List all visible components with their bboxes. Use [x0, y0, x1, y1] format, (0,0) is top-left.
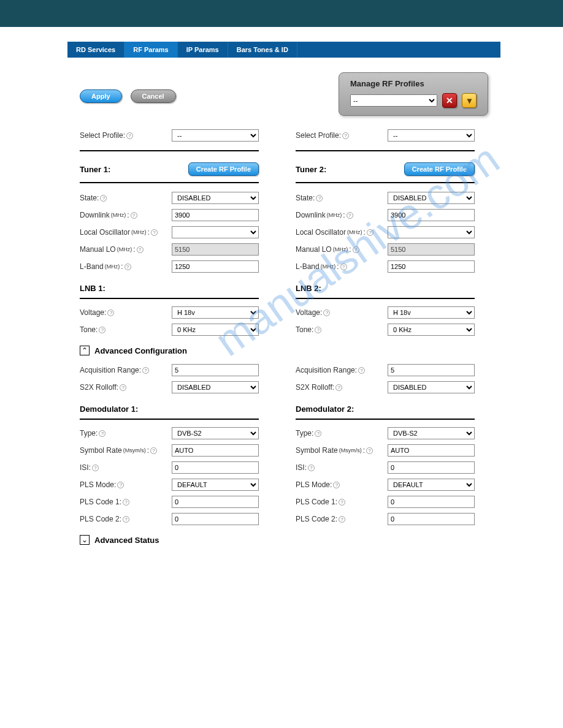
help-icon[interactable]: ?: [100, 195, 107, 202]
symrate-1-input[interactable]: [172, 444, 259, 457]
pls1-2-label: PLS Code 1:?: [296, 498, 345, 506]
help-icon[interactable]: ?: [126, 132, 133, 139]
chevron-up-double-icon: ⌃: [82, 346, 88, 355]
help-icon[interactable]: ?: [366, 447, 373, 454]
lband-1-input[interactable]: [172, 260, 259, 273]
help-icon[interactable]: ?: [151, 229, 158, 236]
toolbar: Apply Cancel Manage RF Profiles -- ✕ ▾: [80, 72, 488, 116]
cancel-button[interactable]: Cancel: [131, 89, 176, 103]
tab-ip-params[interactable]: IP Params: [178, 42, 228, 58]
help-icon[interactable]: ?: [358, 367, 365, 374]
apply-button[interactable]: Apply: [80, 89, 122, 103]
s2x-2-select[interactable]: DISABLED: [388, 381, 475, 393]
s2x-1-select[interactable]: DISABLED: [172, 381, 259, 393]
create-rf-profile-2[interactable]: Create RF Profile: [404, 162, 475, 176]
s2x-1-label: S2X Rolloff:?: [80, 383, 126, 392]
help-icon[interactable]: ?: [335, 384, 342, 391]
advanced-config-heading: Advanced Configuration: [94, 346, 187, 355]
help-icon[interactable]: ?: [142, 367, 149, 374]
help-icon[interactable]: ?: [347, 212, 353, 219]
create-rf-profile-1[interactable]: Create RF Profile: [188, 162, 259, 176]
help-icon[interactable]: ?: [339, 516, 345, 523]
tone-2-label: Tone:?: [296, 325, 321, 334]
voltage-2-label: Voltage:?: [296, 308, 330, 317]
close-icon: ✕: [446, 96, 453, 105]
lband-2-input[interactable]: [388, 260, 475, 273]
help-icon[interactable]: ?: [120, 384, 126, 391]
isi-1-label: ISI:?: [80, 463, 99, 472]
select-profile-2-label: Select Profile:?: [296, 131, 349, 140]
help-icon[interactable]: ?: [99, 327, 105, 333]
help-icon[interactable]: ?: [123, 516, 129, 523]
help-icon[interactable]: ?: [131, 212, 137, 219]
help-icon[interactable]: ?: [339, 499, 345, 506]
select-profile-2[interactable]: --: [388, 129, 475, 142]
acq-range-2-input[interactable]: [388, 364, 475, 376]
state-1-label: State:?: [80, 194, 107, 202]
help-icon[interactable]: ?: [316, 195, 323, 202]
help-icon[interactable]: ?: [340, 264, 347, 270]
help-icon[interactable]: ?: [342, 132, 349, 139]
type-1-select[interactable]: DVB-S2: [172, 427, 259, 439]
expand-advanced-status[interactable]: ⌄: [80, 535, 90, 545]
local-osc-2-select[interactable]: [388, 226, 475, 238]
help-icon[interactable]: ?: [107, 309, 114, 316]
downlink-1-input[interactable]: [172, 209, 259, 221]
main-frame: manualshive.com RD Services RF Params IP…: [67, 42, 500, 566]
select-profile-1-label: Select Profile:?: [80, 131, 133, 140]
help-icon[interactable]: ?: [315, 430, 321, 437]
select-profile-1[interactable]: --: [172, 129, 259, 142]
help-icon[interactable]: ?: [124, 264, 131, 270]
state-2-select[interactable]: DISABLED: [388, 192, 475, 204]
voltage-1-select[interactable]: H 18v: [172, 306, 259, 319]
help-icon[interactable]: ?: [323, 309, 330, 316]
help-icon[interactable]: ?: [123, 499, 129, 506]
manual-lo-2-input: [388, 243, 475, 256]
type-2-select[interactable]: DVB-S2: [388, 427, 475, 439]
local-osc-1-select[interactable]: [172, 226, 259, 238]
plsmode-1-select[interactable]: DEFAULT: [172, 479, 259, 491]
help-icon[interactable]: ?: [117, 482, 124, 488]
help-icon[interactable]: ?: [92, 464, 99, 471]
help-icon[interactable]: ?: [137, 246, 144, 253]
isi-2-input[interactable]: [388, 461, 475, 474]
tab-rd-services[interactable]: RD Services: [67, 42, 124, 58]
pls2-1-input[interactable]: [172, 513, 259, 525]
help-icon[interactable]: ?: [367, 229, 373, 236]
help-icon[interactable]: ?: [150, 447, 157, 454]
local-osc-1-label: Local Oscillator(MHz):?: [80, 228, 158, 237]
tone-1-select[interactable]: 0 KHz: [172, 324, 259, 336]
voltage-2-select[interactable]: H 18v: [388, 306, 475, 319]
chevron-down-double-icon: ⌄: [82, 536, 88, 544]
help-icon[interactable]: ?: [333, 482, 340, 488]
manage-profiles-select[interactable]: --: [350, 94, 437, 107]
delete-profile-button[interactable]: ✕: [442, 93, 457, 108]
lband-2-label: L-Band(MHz):?: [296, 262, 347, 271]
help-icon[interactable]: ?: [315, 327, 321, 333]
tab-rf-params[interactable]: RF Params: [124, 42, 177, 58]
acq-range-1-input[interactable]: [172, 364, 259, 376]
downlink-2-input[interactable]: [388, 209, 475, 221]
tab-bars-tones-id[interactable]: Bars Tones & ID: [228, 42, 297, 58]
pls2-2-label: PLS Code 2:?: [296, 515, 345, 523]
help-icon[interactable]: ?: [308, 464, 315, 471]
pls2-2-input[interactable]: [388, 513, 475, 525]
lnb1-heading: LNB 1:: [80, 284, 259, 293]
isi-2-label: ISI:?: [296, 463, 315, 472]
tuner2-heading: Tuner 2:: [296, 165, 326, 174]
help-icon[interactable]: ?: [353, 246, 359, 253]
collapse-advanced-config[interactable]: ⌃: [80, 346, 90, 355]
tone-2-select[interactable]: 0 KHz: [388, 324, 475, 336]
acq-range-2-label: Acquisition Range:?: [296, 366, 365, 374]
plsmode-2-select[interactable]: DEFAULT: [388, 479, 475, 491]
type-1-label: Type:?: [80, 429, 105, 438]
s2x-2-label: S2X Rolloff:?: [296, 383, 342, 392]
help-icon[interactable]: ?: [99, 430, 105, 437]
isi-1-input[interactable]: [172, 461, 259, 474]
symrate-2-input[interactable]: [388, 444, 475, 457]
state-1-select[interactable]: DISABLED: [172, 192, 259, 204]
type-2-label: Type:?: [296, 429, 321, 438]
pls1-2-input[interactable]: [388, 496, 475, 508]
expand-profile-button[interactable]: ▾: [462, 93, 477, 108]
pls1-1-input[interactable]: [172, 496, 259, 508]
